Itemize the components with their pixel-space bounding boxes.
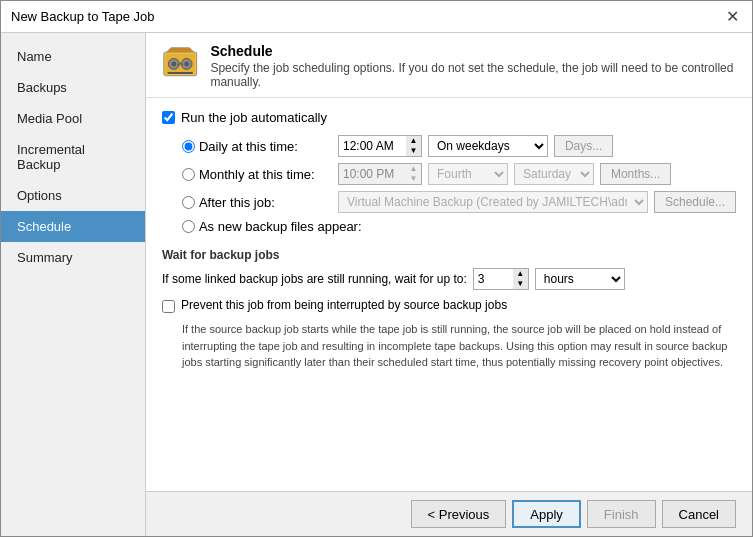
wait-down[interactable]: ▼ <box>513 279 528 289</box>
run-auto-label[interactable]: Run the job automatically <box>181 110 327 125</box>
wait-row: If some linked backup jobs are still run… <box>162 268 736 290</box>
previous-button[interactable]: < Previous <box>411 500 507 528</box>
daily-time-down[interactable]: ▼ <box>406 146 421 156</box>
dialog-body: Name Backups Media Pool Incremental Back… <box>1 33 752 536</box>
days-button[interactable]: Days... <box>554 135 613 157</box>
main-content: Schedule Specify the job scheduling opti… <box>146 33 752 536</box>
after-label[interactable]: After this job: <box>182 195 332 210</box>
after-radio[interactable] <box>182 196 195 209</box>
info-text: If the source backup job starts while th… <box>182 321 736 371</box>
finish-button[interactable]: Finish <box>587 500 656 528</box>
monthly-row: Monthly at this time: ▲ ▼ First Second <box>182 163 736 185</box>
monthly-time-spinner: ▲ ▼ <box>338 163 422 185</box>
daily-radio[interactable] <box>182 140 195 153</box>
schedule-options: Daily at this time: ▲ ▼ On weekdays Ever… <box>182 135 736 234</box>
dialog: New Backup to Tape Job ✕ Name Backups Me… <box>0 0 753 537</box>
daily-time-input[interactable] <box>338 135 406 157</box>
daily-label[interactable]: Daily at this time: <box>182 139 332 154</box>
sidebar-item-summary[interactable]: Summary <box>1 242 145 273</box>
svg-rect-6 <box>167 72 193 74</box>
section-description: Specify the job scheduling options. If y… <box>210 61 736 89</box>
monthly-time-up[interactable]: ▲ <box>406 164 421 174</box>
header-text: Schedule Specify the job scheduling opti… <box>210 43 736 89</box>
apply-button[interactable]: Apply <box>512 500 581 528</box>
wait-description: If some linked backup jobs are still run… <box>162 272 467 286</box>
daily-time-spinner: ▲ ▼ <box>338 135 422 157</box>
monthly-radio[interactable] <box>182 168 195 181</box>
section-body: Run the job automatically Daily at this … <box>146 98 752 491</box>
sidebar-item-backups[interactable]: Backups <box>1 72 145 103</box>
monthly-day-select[interactable]: Sunday Monday Tuesday Wednesday Thursday… <box>514 163 594 185</box>
wait-spinner: ▲ ▼ <box>473 268 529 290</box>
tape-icon <box>162 43 198 83</box>
sidebar-item-options[interactable]: Options <box>1 180 145 211</box>
daily-frequency-select[interactable]: On weekdays Everyday On weekends <box>428 135 548 157</box>
svg-point-5 <box>184 62 189 67</box>
monthly-time-spinner-btns: ▲ ▼ <box>406 163 422 185</box>
after-job-select[interactable]: Virtual Machine Backup (Created by JAMIL… <box>338 191 648 213</box>
as-new-row: As new backup files appear: <box>182 219 736 234</box>
monthly-time-input[interactable] <box>338 163 406 185</box>
monthly-time-down[interactable]: ▼ <box>406 174 421 184</box>
as-new-radio[interactable] <box>182 220 195 233</box>
sidebar-item-incremental-backup[interactable]: Incremental Backup <box>1 134 145 180</box>
as-new-label[interactable]: As new backup files appear: <box>182 219 332 234</box>
title-bar: New Backup to Tape Job ✕ <box>1 1 752 33</box>
sidebar: Name Backups Media Pool Incremental Back… <box>1 33 146 536</box>
schedule-button[interactable]: Schedule... <box>654 191 736 213</box>
daily-time-up[interactable]: ▲ <box>406 136 421 146</box>
footer: < Previous Apply Finish Cancel <box>146 491 752 536</box>
wait-value-input[interactable] <box>473 268 513 290</box>
section-header: Schedule Specify the job scheduling opti… <box>146 33 752 98</box>
after-row: After this job: Virtual Machine Backup (… <box>182 191 736 213</box>
prevent-checkbox[interactable] <box>162 300 175 313</box>
run-auto-row: Run the job automatically <box>162 110 736 125</box>
svg-point-4 <box>172 62 177 67</box>
months-button[interactable]: Months... <box>600 163 671 185</box>
wait-spinner-btns: ▲ ▼ <box>513 268 529 290</box>
monthly-week-select[interactable]: First Second Third Fourth Last <box>428 163 508 185</box>
wait-section: Wait for backup jobs If some linked back… <box>162 248 736 371</box>
prevent-row: Prevent this job from being interrupted … <box>162 298 736 313</box>
cancel-button[interactable]: Cancel <box>662 500 736 528</box>
wait-unit-select[interactable]: hours minutes <box>535 268 625 290</box>
daily-time-spinner-btns: ▲ ▼ <box>406 135 422 157</box>
sidebar-item-name[interactable]: Name <box>1 41 145 72</box>
monthly-label[interactable]: Monthly at this time: <box>182 167 332 182</box>
prevent-label[interactable]: Prevent this job from being interrupted … <box>181 298 507 312</box>
section-title: Schedule <box>210 43 736 59</box>
wait-section-label: Wait for backup jobs <box>162 248 736 262</box>
sidebar-item-media-pool[interactable]: Media Pool <box>1 103 145 134</box>
sidebar-item-schedule[interactable]: Schedule <box>1 211 145 242</box>
close-button[interactable]: ✕ <box>722 7 742 27</box>
run-auto-checkbox[interactable] <box>162 111 175 124</box>
dialog-title: New Backup to Tape Job <box>11 9 155 24</box>
daily-row: Daily at this time: ▲ ▼ On weekdays Ever… <box>182 135 736 157</box>
wait-up[interactable]: ▲ <box>513 269 528 279</box>
